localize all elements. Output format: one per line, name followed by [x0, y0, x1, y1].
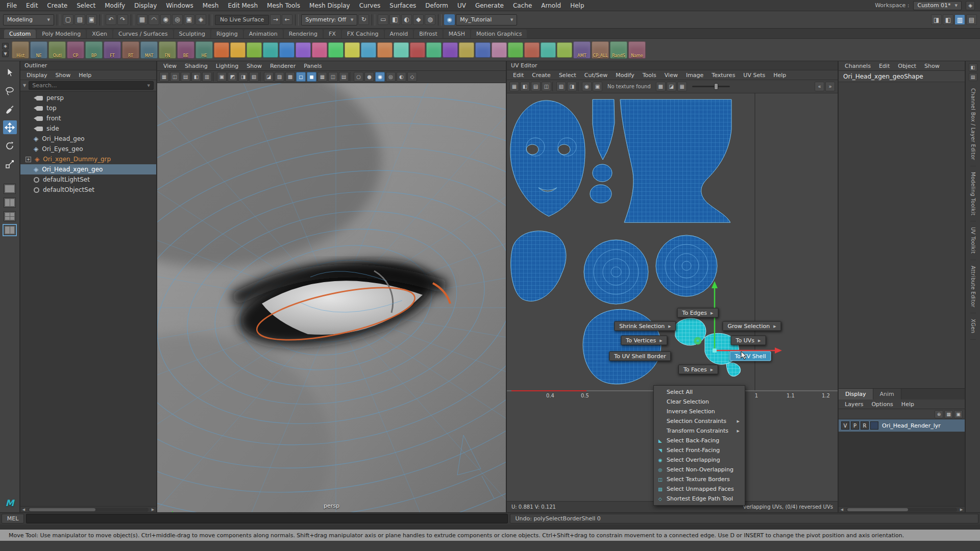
status-icon[interactable]: ◆	[413, 14, 424, 25]
right-dock-tab[interactable]: Channel Box / Layer Editor	[970, 83, 976, 166]
viewport-menu-item[interactable]: Shading	[181, 63, 212, 69]
menubar-item[interactable]: Help	[566, 1, 589, 10]
menubar-item[interactable]: Mesh Tools	[262, 1, 305, 10]
layout-two-pane-button[interactable]	[4, 197, 16, 208]
menubar-item[interactable]: Deform	[421, 1, 453, 10]
shelf-gear-icon[interactable]: ◈	[2, 43, 9, 49]
shelf-tool-icon[interactable]	[279, 42, 295, 58]
menubar-item[interactable]: Select	[72, 1, 100, 10]
viewport-toolbar-icon[interactable]: ◫	[328, 72, 338, 82]
layer-editor-menu-item[interactable]: Help	[897, 401, 918, 408]
pager-prev-icon[interactable]: «	[815, 82, 824, 91]
context-menu-item[interactable]: ◥ Select Front-Facing	[654, 445, 745, 455]
shelf-tool-icon[interactable]	[328, 42, 344, 58]
marking-menu-to-vertices[interactable]: To Vertices▶	[621, 336, 667, 345]
status-icon[interactable]: ▤	[75, 14, 85, 25]
status-icon[interactable]: ▦	[137, 14, 148, 25]
shelf-tool-icon[interactable]: MAT	[140, 41, 158, 59]
status-icon[interactable]: ↶	[106, 14, 116, 25]
channel-box-menu-item[interactable]: Object	[894, 63, 920, 69]
status-icon[interactable]	[209, 14, 212, 26]
viewport-toolbar-icon[interactable]: ◎	[386, 72, 396, 82]
uv-toolbar-icon[interactable]: ◉	[582, 82, 592, 91]
layout-single-pane-button[interactable]	[4, 184, 16, 194]
right-dock-tab[interactable]: XGen	[970, 313, 976, 339]
status-icon[interactable]: ◍	[425, 14, 435, 25]
status-icon[interactable]	[438, 14, 442, 26]
viewport-canvas[interactable]: persp	[157, 83, 506, 512]
layer-toolbar-icon[interactable]: ▣	[954, 410, 963, 418]
context-menu-item[interactable]: Select All	[654, 387, 745, 397]
shelf-tool-icon[interactable]: HE	[195, 41, 213, 59]
shelf-tool-icon[interactable]	[214, 42, 229, 58]
status-icon[interactable]: ▣	[86, 14, 97, 25]
marking-menu-grow-selection[interactable]: Grow Selection▶	[722, 321, 781, 331]
layer-editor-tab[interactable]: Anim	[873, 389, 901, 399]
layer-editor-tab[interactable]: Display	[839, 389, 873, 399]
shape-node-name[interactable]: Ori_Head_xgen_geoShape	[839, 71, 965, 82]
viewport-toolbar-icon[interactable]: ▨	[275, 72, 284, 82]
marking-menu-to-edges[interactable]: To Edges▶	[677, 308, 719, 318]
uv-toolbar-icon[interactable]: ▦	[677, 82, 687, 91]
command-language-toggle[interactable]: MEL	[2, 514, 24, 523]
shelf-tool-icon[interactable]: Outl	[48, 41, 66, 59]
viewport-toolbar-icon[interactable]: ▦	[317, 72, 327, 82]
outliner-item[interactable]: defaultObjectSet	[20, 185, 156, 195]
channel-box-menu-item[interactable]: Channels	[841, 63, 875, 69]
slider-knob[interactable]	[714, 83, 718, 90]
marking-menu-to-uv-shell-border[interactable]: To UV Shell Border	[609, 352, 671, 361]
shelf-tool-icon[interactable]	[377, 42, 393, 58]
uv-toolbar-icon[interactable]: ▧	[556, 82, 566, 91]
channel-box-scrollbar[interactable]: ◀ ▶	[839, 506, 965, 512]
uv-toolbar-icon[interactable]: ▩	[656, 82, 666, 91]
right-dock-tab[interactable]: Modeling Toolkit	[970, 166, 976, 221]
uv-toolbar-icon[interactable]	[578, 82, 581, 91]
viewport-menu-item[interactable]: Renderer	[266, 63, 300, 69]
shelf-tab[interactable]: FX Caching	[342, 30, 384, 38]
viewport-toolbar-icon[interactable]: ◩	[228, 72, 237, 82]
sidebar-toggle-icon[interactable]: ◨	[931, 14, 942, 25]
viewport-toolbar-icon[interactable]: ◧	[191, 72, 201, 82]
status-icon[interactable]: ◧	[389, 14, 400, 25]
status-icon[interactable]	[131, 14, 134, 26]
outliner-scrollbar[interactable]: ◀ ▶	[20, 506, 156, 512]
shelf-tool-icon[interactable]	[475, 42, 491, 58]
shelf-tool-icon[interactable]: NE	[30, 41, 47, 59]
shelf-menu-icons[interactable]: ◈▼	[2, 43, 9, 57]
scale-tool-button[interactable]	[3, 157, 17, 171]
marking-menu-shrink-selection[interactable]: Shrink Selection▶	[614, 321, 676, 331]
uv-toolbar-icon[interactable]: ◪	[667, 82, 676, 91]
shelf-tab[interactable]: Sculpting	[174, 30, 210, 38]
status-icon[interactable]: ▣	[184, 14, 194, 25]
uv-canvas[interactable]: 0.4 0.5 1 1.1 1.2 To Edges▶ Shrink Selec…	[507, 93, 838, 501]
menubar-item[interactable]: Mesh	[198, 1, 224, 10]
layer-toolbar-icon[interactable]: ⊕	[935, 410, 943, 418]
scroll-right-icon[interactable]: ▶	[150, 508, 156, 512]
channel-box-menu-item[interactable]: Show	[920, 63, 944, 69]
shelf-tool-icon[interactable]: CP	[67, 41, 84, 59]
marking-menu-to-uv-shell[interactable]: To UV Shell	[730, 352, 771, 361]
menubar-item[interactable]: Arnold	[536, 1, 566, 10]
shelf-tool-icon[interactable]: CP_ALL	[592, 41, 609, 59]
menubar-item[interactable]: Surfaces	[385, 1, 421, 10]
uv-editor-menu-item[interactable]: Modify	[611, 72, 638, 79]
viewport-toolbar-icon[interactable]	[260, 72, 263, 82]
uv-editor-menu-item[interactable]: Tools	[639, 72, 660, 79]
layer-color-swatch[interactable]	[870, 421, 878, 430]
user-account-icon[interactable]: ◉	[444, 14, 455, 25]
shelf-tool-icon[interactable]	[443, 42, 458, 58]
uv-editor-menu-item[interactable]: Edit	[509, 72, 528, 79]
menubar-item[interactable]: Curves	[355, 1, 385, 10]
uv-editor-menu-item[interactable]: Image	[682, 72, 707, 79]
layer-playback-toggle[interactable]: P	[851, 421, 859, 430]
shelf-tool-icon[interactable]	[508, 42, 523, 58]
shelf-tab[interactable]: MASH	[444, 30, 470, 38]
viewport-toolbar-icon[interactable]: ◨	[238, 72, 248, 82]
status-icon[interactable]: ←	[282, 14, 292, 25]
menubar-item[interactable]: Edit	[21, 1, 42, 10]
shelf-tool-icon[interactable]: BE	[177, 41, 194, 59]
status-icon[interactable]: ▢	[63, 14, 74, 25]
shelf-tool-icon[interactable]	[247, 42, 262, 58]
shelf-tab[interactable]: Motion Graphics	[471, 30, 527, 38]
shelf-tool-icon[interactable]	[230, 42, 246, 58]
